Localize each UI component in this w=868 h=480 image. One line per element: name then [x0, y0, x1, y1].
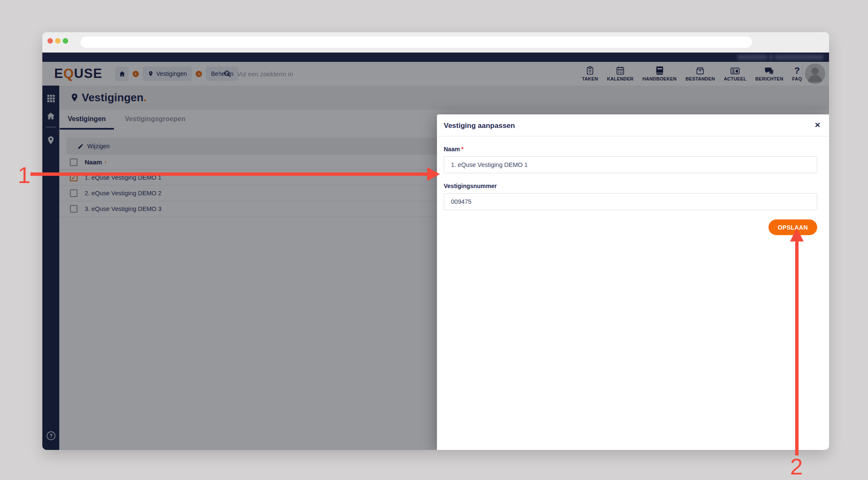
minimize-window-button[interactable] — [55, 38, 61, 44]
edit-location-modal: Vestiging aanpassen ✕ Naam* Vestigingsnu… — [437, 114, 829, 450]
label-text: Naam — [444, 146, 460, 153]
zoom-window-button[interactable] — [63, 38, 68, 44]
annotation-arrow-2-line — [795, 240, 799, 455]
close-window-button[interactable] — [47, 38, 53, 44]
screenshot-root: { "colors": { "brand_navy": "#1c2547", "… — [0, 0, 868, 480]
vestigingsnummer-input[interactable] — [444, 193, 817, 210]
browser-window: EQUSE › Vestigingen › Beheren — [42, 32, 829, 450]
traffic-lights — [47, 38, 68, 44]
annotation-arrow-1-head — [427, 167, 440, 181]
address-bar[interactable] — [80, 36, 752, 48]
modal-actions: OPSLAAN — [444, 219, 817, 235]
field-label-vestigingsnummer: Vestigingsnummer — [444, 183, 817, 189]
naam-input[interactable] — [444, 156, 817, 173]
browser-chrome — [42, 32, 829, 53]
close-icon[interactable]: ✕ — [815, 120, 821, 130]
annotation-step-1-label: 1 — [18, 164, 30, 186]
field-label-naam: Naam* — [444, 146, 817, 153]
modal-body: Naam* Vestigingsnummer OPSLAAN — [444, 136, 817, 235]
modal-title: Vestiging aanpassen — [444, 122, 515, 130]
annotation-arrow-1-line — [30, 172, 427, 176]
required-asterisk: * — [461, 146, 463, 153]
modal-header: Vestiging aanpassen ✕ — [437, 114, 829, 136]
annotation-step-2-label: 2 — [790, 455, 803, 478]
label-text: Vestigingsnummer — [444, 183, 497, 189]
